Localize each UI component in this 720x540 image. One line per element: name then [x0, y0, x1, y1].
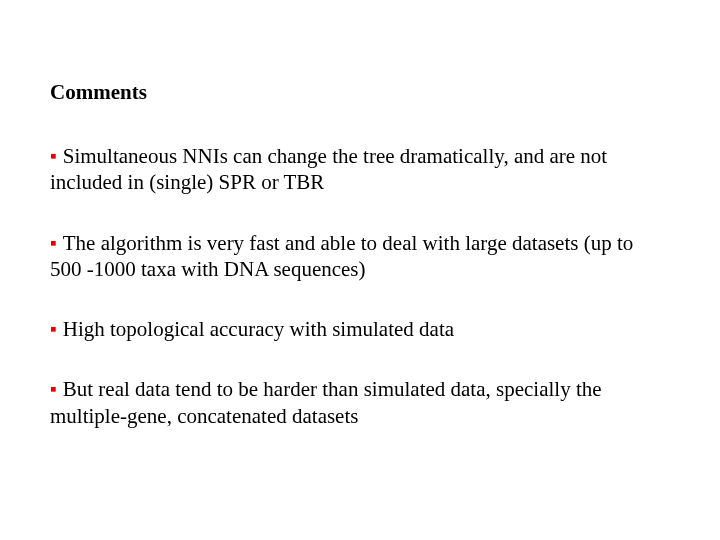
- bullet-text: But real data tend to be harder than sim…: [50, 377, 602, 427]
- bullet-icon: ▪: [50, 231, 57, 255]
- list-item: ▪Simultaneous NNIs can change the tree d…: [50, 143, 670, 196]
- bullet-icon: ▪: [50, 377, 57, 401]
- bullet-text: The algorithm is very fast and able to d…: [50, 231, 633, 281]
- bullet-icon: ▪: [50, 144, 57, 168]
- bullet-icon: ▪: [50, 317, 57, 341]
- slide-title: Comments: [50, 80, 670, 105]
- bullet-text: Simultaneous NNIs can change the tree dr…: [50, 144, 607, 194]
- list-item: ▪The algorithm is very fast and able to …: [50, 230, 670, 283]
- list-item: ▪But real data tend to be harder than si…: [50, 376, 670, 429]
- list-item: ▪High topological accuracy with simulate…: [50, 316, 670, 342]
- bullet-text: High topological accuracy with simulated…: [63, 317, 454, 341]
